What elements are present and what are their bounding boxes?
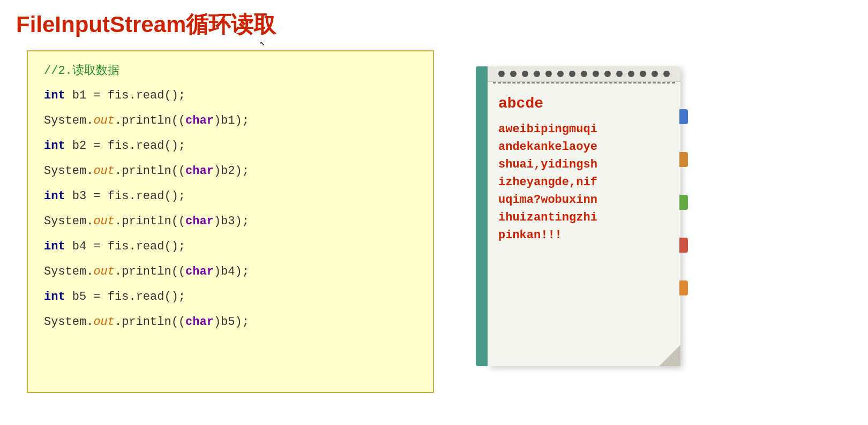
keyword-int-5: int xyxy=(44,290,65,303)
spiral-dot xyxy=(663,71,670,77)
notebook-text: aweibipingmuqi andekankelaoye shuai,yidi… xyxy=(498,120,670,244)
code-line-b5-print: System.out.println((char)b5); xyxy=(44,313,417,331)
page-title: FileInputStream循环读取 xyxy=(0,0,868,40)
tab-orange xyxy=(679,152,688,167)
code-text-println-3: .println(( xyxy=(115,215,185,228)
code-line-b4-print: System.out.println((char)b4); xyxy=(44,263,417,280)
notebook-content: abcde aweibipingmuqi andekankelaoye shua… xyxy=(488,90,680,255)
spiral-dot xyxy=(640,71,646,77)
code-text-2: b2 = fis.read(); xyxy=(72,139,185,153)
spiral-dot xyxy=(545,71,552,77)
spiral-dot xyxy=(604,71,611,77)
code-line-b1-decl: int b1 = fis.read(); xyxy=(44,87,417,104)
keyword-out-5: out xyxy=(93,315,115,329)
code-text-1: b1 = fis.read(); xyxy=(72,89,185,102)
spiral-dot xyxy=(569,71,575,77)
keyword-int-1: int xyxy=(44,89,65,102)
code-text-end-2: )b2); xyxy=(214,164,249,178)
code-text-println-5: .println(( xyxy=(115,315,185,329)
code-text-5: b5 = fis.read(); xyxy=(72,290,185,303)
keyword-out-3: out xyxy=(93,215,115,228)
spiral-dot xyxy=(510,71,517,77)
spiral-dot xyxy=(498,71,505,77)
spiral-dot xyxy=(557,71,564,77)
keyword-char-1: char xyxy=(185,114,214,127)
spiral-dot xyxy=(522,71,528,77)
keyword-char-2: char xyxy=(185,164,214,178)
spiral-dot xyxy=(534,71,540,77)
keyword-out-1: out xyxy=(93,114,115,127)
tab-green xyxy=(679,195,688,210)
code-text-end-4: )b4); xyxy=(214,265,249,278)
spiral-dot xyxy=(593,71,599,77)
notebook: abcde aweibipingmuqi andekankelaoye shua… xyxy=(488,66,680,366)
code-line-b3-print: System.out.println((char)b3); xyxy=(44,212,417,230)
code-line-b3-decl: int b3 = fis.read(); xyxy=(44,187,417,205)
spiral-dot xyxy=(652,71,658,77)
spiral-dots xyxy=(488,66,680,82)
keyword-char-5: char xyxy=(185,315,214,329)
cursor: ↖ xyxy=(260,37,266,46)
keyword-out-4: out xyxy=(93,265,115,278)
code-text-3: b3 = fis.read(); xyxy=(72,189,185,203)
code-box: //2.读取数据 int b1 = fis.read(); System.out… xyxy=(27,50,434,393)
code-text-end-1: )b1); xyxy=(214,114,249,127)
code-text-sys-4: System. xyxy=(44,265,93,278)
code-text-sys-3: System. xyxy=(44,215,93,228)
code-text-sys-2: System. xyxy=(44,164,93,178)
notebook-line1: abcde xyxy=(498,95,670,112)
keyword-char-3: char xyxy=(185,215,214,228)
spiral-dot xyxy=(581,71,587,77)
notebook-spine xyxy=(476,66,488,366)
code-text-end-5: )b5); xyxy=(214,315,249,329)
keyword-int-4: int xyxy=(44,240,65,253)
dashed-separator xyxy=(493,82,675,84)
notebook-curl xyxy=(659,345,680,366)
code-comment: //2.读取数据 xyxy=(44,62,417,78)
main-content: //2.读取数据 int b1 = fis.read(); System.out… xyxy=(0,40,868,393)
tab-salmon xyxy=(679,238,688,253)
tab-blue xyxy=(679,109,688,124)
code-line-b5-decl: int b5 = fis.read(); xyxy=(44,288,417,306)
spiral-dot xyxy=(616,71,623,77)
code-text-end-3: )b3); xyxy=(214,215,249,228)
code-text-println-2: .println(( xyxy=(115,164,185,178)
code-text-println-4: .println(( xyxy=(115,265,185,278)
code-line-b4-decl: int b4 = fis.read(); xyxy=(44,238,417,255)
keyword-int-2: int xyxy=(44,139,65,153)
keyword-char-4: char xyxy=(185,265,214,278)
notebook-container: abcde aweibipingmuqi andekankelaoye shua… xyxy=(488,66,691,393)
spiral-dot xyxy=(628,71,634,77)
code-line-b2-decl: int b2 = fis.read(); xyxy=(44,137,417,155)
code-line-b2-print: System.out.println((char)b2); xyxy=(44,162,417,180)
code-text-sys-5: System. xyxy=(44,315,93,329)
keyword-int-3: int xyxy=(44,189,65,203)
code-line-b1-print: System.out.println((char)b1); xyxy=(44,112,417,130)
tab-orange2 xyxy=(679,280,688,295)
keyword-out-2: out xyxy=(93,164,115,178)
code-text-4: b4 = fis.read(); xyxy=(72,240,185,253)
code-text-println-1: .println(( xyxy=(115,114,185,127)
code-text-sys-1: System. xyxy=(44,114,93,127)
